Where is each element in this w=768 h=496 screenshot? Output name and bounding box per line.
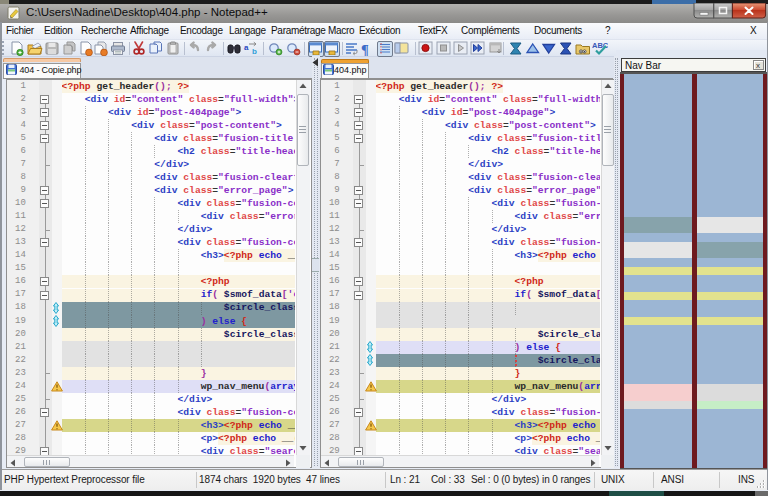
svg-text:¶: ¶	[361, 42, 369, 57]
svg-text:b: b	[252, 47, 257, 56]
svg-text:a: a	[244, 43, 249, 52]
svg-text:ABC: ABC	[592, 41, 608, 50]
